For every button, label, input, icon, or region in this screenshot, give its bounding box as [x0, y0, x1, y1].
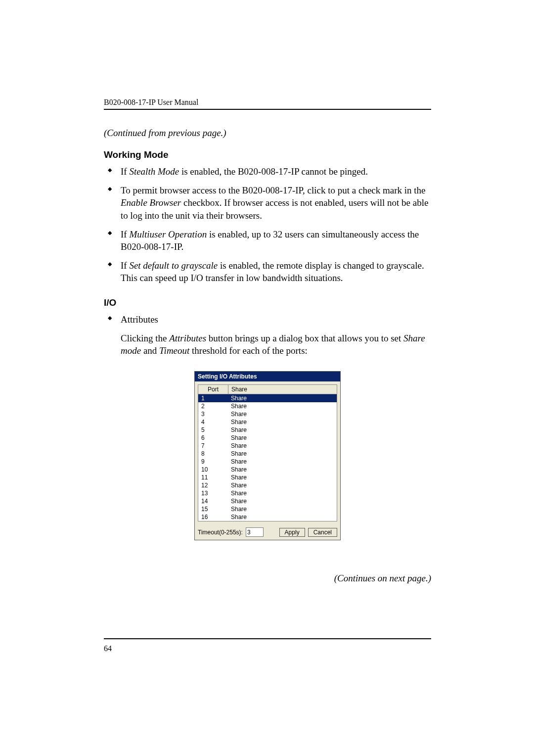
wm-bullet-multiuser: If Multiuser Operation is enabled, up to…	[104, 228, 431, 253]
table-header: Port Share	[198, 384, 337, 394]
text-em: Multiuser Operation	[129, 229, 207, 239]
cell-share: Share	[228, 481, 337, 489]
text: To permit browser access to the B020-008…	[121, 185, 426, 195]
text: button brings up a dialog box that allow…	[206, 333, 403, 343]
cell-share: Share	[228, 418, 337, 426]
cell-port: 7	[198, 442, 228, 450]
table-row[interactable]: 14Share	[198, 497, 337, 505]
table-row[interactable]: 10Share	[198, 466, 337, 473]
table-row[interactable]: 16Share	[198, 513, 337, 521]
text: If	[121, 166, 129, 177]
io-attributes-dialog: Setting I/O Attributes Port Share 1Share…	[194, 371, 341, 540]
cell-share: Share	[228, 410, 337, 418]
page-number: 64	[104, 638, 431, 653]
cell-share: Share	[228, 426, 337, 434]
working-mode-list: If Stealth Mode is enabled, the B020-008…	[104, 165, 431, 284]
timeout-label: Timeout(0-255s):	[198, 529, 243, 536]
page-header: B020-008-17-IP User Manual	[104, 98, 431, 110]
cell-port: 9	[198, 458, 228, 466]
heading-working-mode: Working Mode	[104, 149, 431, 160]
cell-share: Share	[228, 497, 337, 505]
table-row[interactable]: 1Share	[198, 394, 337, 402]
table-row[interactable]: 5Share	[198, 426, 337, 434]
cell-port: 16	[198, 513, 228, 521]
cell-port: 8	[198, 450, 228, 458]
text: Attributes	[121, 314, 158, 325]
table-row[interactable]: 15Share	[198, 505, 337, 513]
cell-port: 3	[198, 410, 228, 418]
io-bullet-attributes: Attributes	[104, 313, 431, 326]
cell-port: 13	[198, 489, 228, 497]
apply-button[interactable]: Apply	[279, 528, 305, 537]
table-row[interactable]: 2Share	[198, 402, 337, 410]
table-row[interactable]: 4Share	[198, 418, 337, 426]
text-em: Timeout	[159, 345, 189, 356]
cell-share: Share	[228, 489, 337, 497]
table-row[interactable]: 11Share	[198, 473, 337, 481]
col-port[interactable]: Port	[198, 385, 228, 394]
table-row[interactable]: 13Share	[198, 489, 337, 497]
table-body[interactable]: 1Share2Share3Share4Share5Share6Share7Sha…	[198, 394, 337, 521]
cell-share: Share	[228, 394, 337, 402]
cell-port: 6	[198, 434, 228, 442]
cell-port: 14	[198, 497, 228, 505]
wm-bullet-stealth: If Stealth Mode is enabled, the B020-008…	[104, 165, 431, 178]
table-row[interactable]: 7Share	[198, 442, 337, 450]
col-share[interactable]: Share	[228, 385, 337, 394]
cell-port: 2	[198, 402, 228, 410]
cell-port: 15	[198, 505, 228, 513]
io-attributes-description: Clicking the Attributes button brings up…	[121, 332, 431, 357]
text: and	[141, 345, 159, 356]
cell-port: 1	[198, 394, 228, 402]
heading-io: I/O	[104, 297, 431, 308]
text: threshold for each of the ports:	[189, 345, 307, 356]
timeout-input[interactable]	[246, 527, 264, 537]
text-em: Enable Browser	[121, 197, 181, 208]
cell-port: 5	[198, 426, 228, 434]
continues-note: (Continues on next page.)	[104, 573, 431, 584]
text: is enabled, the B020-008-17-IP cannot be…	[179, 166, 368, 177]
cell-port: 4	[198, 418, 228, 426]
text-em: Stealth Mode	[129, 166, 179, 177]
cell-share: Share	[228, 402, 337, 410]
text: Clicking the	[121, 333, 169, 343]
text: If	[121, 229, 129, 239]
cell-share: Share	[228, 505, 337, 513]
text-em: Set default to grayscale	[129, 260, 218, 271]
table-row[interactable]: 6Share	[198, 434, 337, 442]
cell-port: 11	[198, 473, 228, 481]
text: If	[121, 260, 129, 271]
cell-port: 12	[198, 481, 228, 489]
io-list: Attributes	[104, 313, 431, 326]
cell-share: Share	[228, 466, 337, 473]
dialog-title: Setting I/O Attributes	[195, 372, 340, 381]
table-row[interactable]: 9Share	[198, 458, 337, 466]
cell-share: Share	[228, 442, 337, 450]
table-row[interactable]: 3Share	[198, 410, 337, 418]
table-row[interactable]: 8Share	[198, 450, 337, 458]
wm-bullet-grayscale: If Set default to grayscale is enabled, …	[104, 259, 431, 284]
cell-share: Share	[228, 473, 337, 481]
continued-note: (Continued from previous page.)	[104, 128, 431, 139]
cell-share: Share	[228, 458, 337, 466]
cancel-button[interactable]: Cancel	[308, 528, 337, 537]
wm-bullet-browser: To permit browser access to the B020-008…	[104, 184, 431, 222]
table-row[interactable]: 12Share	[198, 481, 337, 489]
text-em: Attributes	[169, 333, 206, 343]
cell-share: Share	[228, 450, 337, 458]
cell-share: Share	[228, 513, 337, 521]
cell-port: 10	[198, 466, 228, 473]
cell-share: Share	[228, 434, 337, 442]
